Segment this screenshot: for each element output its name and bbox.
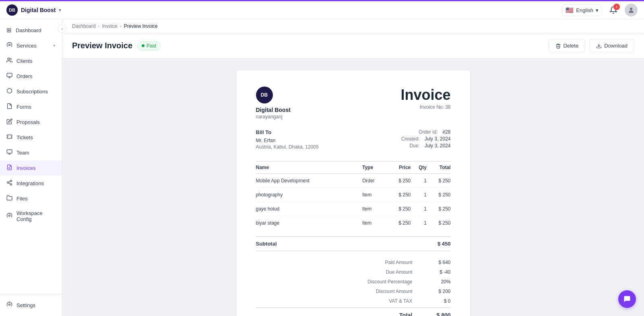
- invoice-wrapper: DB Digital Boost narayanganj Invoice Inv…: [62, 58, 644, 316]
- order-id-label: Order Id:: [419, 129, 438, 135]
- download-button[interactable]: Download: [589, 39, 634, 52]
- item-name: biyar stage: [256, 216, 362, 230]
- sidebar-bottom: Settings: [0, 294, 62, 313]
- table-row: biyar stage Item $ 250 1 $ 250: [256, 216, 451, 230]
- svg-point-12: [9, 215, 10, 217]
- sidebar-collapse-button[interactable]: ‹: [58, 24, 66, 33]
- subtotal-row: Subtotal $ 450: [256, 236, 451, 251]
- main-content: Dashboard › Invoice › Preview Invoice Pr…: [62, 19, 644, 316]
- user-avatar[interactable]: [625, 4, 638, 17]
- sidebar-item-label: Workspace Config: [17, 210, 56, 222]
- sidebar-item-integrations[interactable]: Integrations: [0, 176, 62, 191]
- svg-point-2: [8, 58, 10, 60]
- status-badge: Paid: [137, 41, 161, 50]
- status-label: Paid: [147, 43, 156, 49]
- total-label: Total: [360, 312, 413, 316]
- item-price: $ 250: [387, 216, 411, 230]
- sidebar-item-settings[interactable]: Settings: [0, 297, 62, 313]
- sidebar-item-label: Clients: [17, 58, 33, 64]
- sidebar-item-dashboard[interactable]: ⊞ Dashboard: [0, 23, 62, 38]
- item-price: $ 250: [387, 174, 411, 188]
- summary-label: Discount Percentage: [360, 279, 413, 285]
- sidebar-item-workspace[interactable]: Workspace Config: [0, 206, 62, 226]
- due-label: Due:: [409, 143, 419, 149]
- table-row: photography Item $ 250 1 $ 250: [256, 188, 451, 202]
- created-label: Created:: [401, 136, 420, 142]
- delete-button[interactable]: Delete: [549, 39, 586, 52]
- page-title: Preview Invoice: [72, 41, 132, 50]
- item-type: Item: [362, 188, 387, 202]
- item-total: $ 250: [427, 174, 451, 188]
- chat-button[interactable]: [618, 290, 636, 308]
- breadcrumb-current: Preview Invoice: [124, 23, 158, 29]
- sidebar-item-label: Subscriptions: [17, 89, 48, 95]
- sidebar-item-files[interactable]: Files: [0, 191, 62, 206]
- created-row: Created: July 3, 2024: [401, 136, 451, 142]
- sidebar-item-forms[interactable]: Forms: [0, 99, 62, 114]
- integrations-icon: [6, 180, 12, 187]
- sidebar-item-orders[interactable]: Orders: [0, 68, 62, 84]
- sidebar-item-label: Team: [17, 150, 29, 156]
- breadcrumb-sep-1: ›: [98, 23, 100, 29]
- item-qty: 1: [411, 174, 427, 188]
- breadcrumb-invoice[interactable]: Invoice: [102, 23, 118, 29]
- sidebar-item-invoices[interactable]: Invoices: [0, 160, 62, 176]
- brand-chevron-icon[interactable]: ▾: [59, 7, 61, 13]
- sidebar-item-clients[interactable]: Clients: [0, 53, 62, 68]
- notification-badge: 1: [613, 4, 620, 10]
- due-val: July 3, 2024: [425, 143, 451, 149]
- sidebar-item-label: Files: [17, 196, 27, 202]
- sidebar-item-label: Forms: [17, 104, 31, 110]
- sidebar-item-label: Invoices: [17, 165, 36, 171]
- sidebar-item-tickets[interactable]: Tickets: [0, 130, 62, 145]
- chat-icon: [623, 295, 631, 303]
- subtotal-val: $ 450: [438, 241, 451, 247]
- summary-row: Paid Amount $ 640: [256, 258, 451, 267]
- trash-icon: [555, 43, 561, 49]
- item-total: $ 250: [427, 216, 451, 230]
- sidebar-item-label: Integrations: [17, 180, 44, 186]
- sidebar-item-services[interactable]: Services ▾: [0, 38, 62, 53]
- table-row: gaye holud Item $ 250 1 $ 250: [256, 202, 451, 216]
- sidebar-item-label: Orders: [17, 73, 33, 79]
- proposals-icon: [6, 118, 12, 126]
- invoice-company: DB Digital Boost narayanganj: [256, 87, 291, 120]
- sidebar: ⊞ Dashboard Services ▾ Clients Orders: [0, 19, 62, 316]
- sidebar-item-label: Settings: [17, 302, 35, 308]
- flag-icon: 🇺🇸: [566, 6, 574, 14]
- bill-to-label: Bill To: [256, 129, 319, 135]
- brand-name: Digital Boost: [21, 7, 56, 13]
- invoice-number: Invoice No: 38: [400, 104, 450, 110]
- services-icon: [6, 42, 12, 49]
- team-icon: [6, 149, 12, 156]
- order-info-section: Order Id: #28 Created: July 3, 2024 Due:…: [401, 129, 451, 150]
- sidebar-item-label: Tickets: [17, 134, 33, 140]
- invoice-header: DB Digital Boost narayanganj Invoice Inv…: [256, 87, 451, 120]
- svg-line-11: [8, 181, 10, 182]
- item-qty: 1: [411, 216, 427, 230]
- sidebar-item-team[interactable]: Team: [0, 145, 62, 160]
- total-val: $ 800: [429, 312, 451, 316]
- breadcrumb-dashboard[interactable]: Dashboard: [72, 23, 96, 29]
- forms-icon: [6, 103, 12, 110]
- workspace-icon: [6, 213, 12, 220]
- language-selector[interactable]: 🇺🇸 English ▾: [562, 4, 602, 16]
- item-name: Mobile App Development: [256, 174, 362, 188]
- summary-row: Due Amount $ -40: [256, 267, 451, 277]
- col-name: Name: [256, 161, 362, 174]
- invoice-title: Invoice: [400, 87, 450, 103]
- client-address: Austria, Kabul, Dhaka, 12005: [256, 144, 319, 150]
- lang-chevron-icon: ▾: [596, 7, 599, 13]
- invoice-logo: DB: [256, 87, 273, 103]
- notifications-button[interactable]: 1: [607, 4, 620, 17]
- topbar-right: 🇺🇸 English ▾ 1: [562, 4, 638, 17]
- summary-val: $ -40: [429, 269, 451, 275]
- summary-row: VAT & TAX $ 0: [256, 296, 451, 306]
- col-type: Type: [362, 161, 387, 174]
- sidebar-item-subscriptions[interactable]: Subscriptions: [0, 84, 62, 99]
- invoice-card: DB Digital Boost narayanganj Invoice Inv…: [237, 70, 470, 316]
- sidebar-item-proposals[interactable]: Proposals: [0, 114, 62, 130]
- invoice-table: Name Type Price Qty Total Mobile App Dev…: [256, 161, 451, 230]
- item-type: Item: [362, 202, 387, 216]
- total-row: Total $ 800: [256, 308, 451, 316]
